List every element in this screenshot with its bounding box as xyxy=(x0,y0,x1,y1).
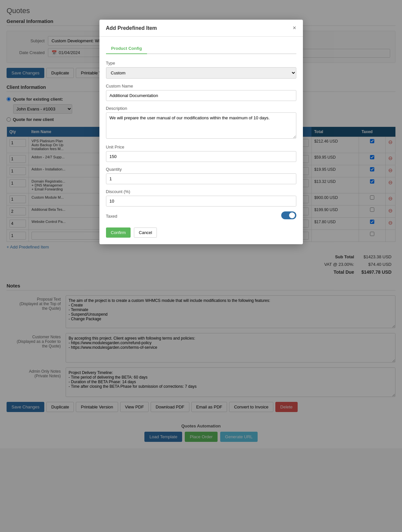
discount-label: Discount (%) xyxy=(106,189,296,194)
modal-header: Add Predefined Item × xyxy=(99,20,303,37)
unit-price-input-modal[interactable] xyxy=(106,151,296,162)
quantity-field: Quantity xyxy=(106,167,296,184)
custom-name-label: Custom Name xyxy=(106,84,296,89)
taxed-field: Taxed xyxy=(106,211,296,221)
description-field: Description We will prepare the user man… xyxy=(106,106,296,140)
discount-input-modal[interactable] xyxy=(106,196,296,207)
modal-footer: Confirm Cancel xyxy=(106,227,296,238)
modal-title: Add Predefined Item xyxy=(106,25,157,31)
custom-name-field: Custom Name xyxy=(106,84,296,101)
product-config-tab[interactable]: Product Config xyxy=(106,43,147,54)
quantity-label: Quantity xyxy=(106,167,296,172)
description-label: Description xyxy=(106,106,296,111)
unit-price-label: Unit Price xyxy=(106,145,296,149)
description-textarea[interactable]: We will prepare the user manual of our m… xyxy=(106,112,296,139)
discount-field: Discount (%) xyxy=(106,189,296,207)
modal-body: Product Config Type Custom Product Addon… xyxy=(99,37,303,244)
modal-overlay[interactable]: Add Predefined Item × Product Config Typ… xyxy=(0,0,402,448)
type-select[interactable]: Custom Product Addon Domain xyxy=(106,67,296,79)
custom-name-input[interactable] xyxy=(106,90,296,101)
quantity-input[interactable] xyxy=(106,173,296,184)
unit-price-field: Unit Price xyxy=(106,145,296,162)
cancel-button[interactable]: Cancel xyxy=(134,227,157,238)
modal-close-button[interactable]: × xyxy=(293,25,296,31)
taxed-toggle[interactable] xyxy=(281,211,296,219)
confirm-button[interactable]: Confirm xyxy=(106,227,131,238)
type-label: Type xyxy=(106,61,296,66)
toggle-slider xyxy=(281,211,296,219)
add-predefined-modal: Add Predefined Item × Product Config Typ… xyxy=(99,20,303,244)
taxed-label: Taxed xyxy=(106,214,117,219)
type-field: Type Custom Product Addon Domain xyxy=(106,61,296,79)
modal-tabs: Product Config xyxy=(106,43,296,54)
